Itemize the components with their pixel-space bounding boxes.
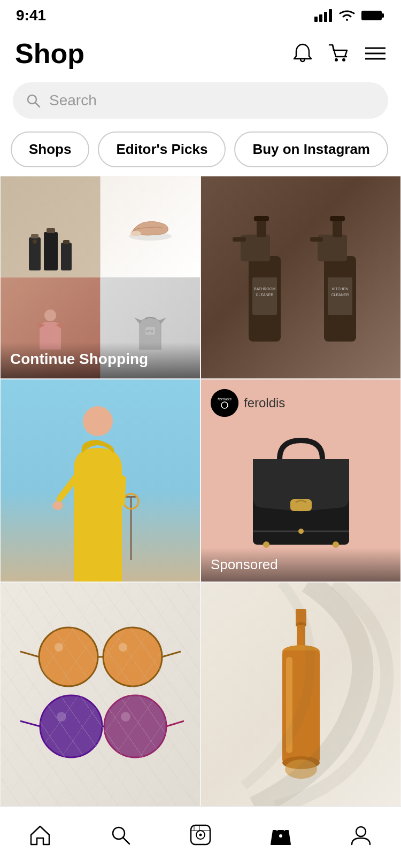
search-bar-icon (26, 93, 41, 108)
continue-shopping-overlay: Continue Shopping (1, 342, 200, 378)
sponsored-bag-product[interactable]: feroldis feroldis Sponsored (200, 379, 401, 582)
cart-button[interactable] (328, 43, 350, 64)
svg-point-79 (279, 834, 282, 838)
home-icon (27, 822, 53, 848)
header-actions (292, 43, 386, 64)
filter-tabs: Shops Editor's Picks Buy on Instagram (0, 127, 401, 176)
svg-rect-2 (324, 12, 327, 22)
shop-name: feroldis (244, 396, 285, 410)
svg-point-60 (211, 389, 238, 417)
signal-icon (314, 9, 333, 22)
handbag-svg (242, 432, 360, 561)
continue-shopping-block[interactable]: KITH Continue Shopping (0, 176, 200, 379)
menu-button[interactable] (365, 43, 386, 64)
svg-rect-5 (382, 13, 384, 18)
svg-point-59 (333, 541, 339, 548)
profile-icon (348, 822, 374, 848)
svg-text:BATHROOM: BATHROOM (254, 287, 275, 291)
svg-line-72 (123, 838, 129, 844)
svg-point-57 (298, 529, 304, 534)
nav-search-icon (107, 822, 133, 848)
spray-bottle-right-svg: KITCHEN CLEANER (308, 203, 372, 352)
search-bar[interactable]: Search (13, 82, 388, 119)
yellow-outfit-product[interactable] (0, 379, 200, 582)
svg-point-7 (342, 58, 345, 61)
yellow-outfit-svg (47, 389, 154, 582)
products-grid: KITH Continue Shopping (0, 176, 401, 807)
shop-bag-icon (268, 822, 294, 848)
status-icons (314, 9, 385, 22)
svg-point-21 (83, 406, 113, 436)
shop-avatar-container: feroldis feroldis (211, 389, 285, 417)
search-magnifier-icon (26, 93, 41, 108)
svg-text:feroldis: feroldis (218, 397, 232, 401)
nav-shop[interactable] (255, 818, 306, 852)
header: Shop (0, 29, 401, 78)
svg-rect-41 (257, 219, 266, 237)
nav-search[interactable] (95, 818, 146, 852)
svg-rect-1 (319, 14, 322, 22)
svg-text:CLEANER: CLEANER (331, 293, 349, 297)
svg-point-58 (263, 541, 269, 548)
sponsored-label: Sponsored (201, 548, 400, 582)
status-time: 9:41 (16, 7, 46, 24)
mini-product-canisters (1, 176, 101, 277)
svg-rect-18 (130, 496, 132, 560)
notification-button[interactable] (292, 43, 313, 64)
page-title: Shop (15, 37, 84, 69)
feroldis-avatar-svg: feroldis (211, 389, 238, 417)
continue-shopping-label: Continue Shopping (10, 351, 148, 367)
svg-point-80 (356, 827, 366, 836)
battery-icon (361, 10, 385, 21)
svg-rect-3 (329, 9, 332, 22)
svg-point-14 (130, 231, 141, 236)
svg-rect-50 (330, 216, 345, 221)
bottom-nav (0, 807, 401, 868)
mini-product-shoe (101, 176, 200, 277)
reels-icon (188, 822, 213, 848)
tab-shops[interactable]: Shops (11, 131, 89, 167)
svg-line-12 (35, 103, 40, 107)
right-column: BATHROOM CLEANER KITCHEN CLEANER (200, 176, 401, 807)
status-bar: 9:41 (0, 0, 401, 29)
search-placeholder-text: Search (49, 92, 375, 109)
nav-profile[interactable] (335, 818, 387, 852)
nav-reels[interactable] (175, 818, 226, 852)
svg-rect-42 (254, 216, 269, 221)
shop-avatar: feroldis (211, 389, 238, 417)
svg-rect-40 (233, 237, 246, 242)
search-container: Search (0, 78, 401, 127)
wifi-icon (338, 9, 356, 22)
left-column: KITH Continue Shopping (0, 176, 200, 807)
hamburger-icon (365, 46, 385, 61)
cleaning-bottles-product[interactable]: BATHROOM CLEANER KITCHEN CLEANER (200, 176, 401, 379)
cart-icon (328, 43, 350, 64)
shoe-svg (126, 212, 174, 242)
svg-rect-0 (314, 17, 318, 22)
svg-rect-48 (310, 237, 323, 242)
svg-point-6 (335, 58, 338, 61)
svg-text:KITH: KITH (146, 330, 153, 333)
main-content: KITH Continue Shopping (0, 176, 401, 868)
svg-point-75 (199, 834, 202, 836)
tab-buy-on-instagram[interactable]: Buy on Instagram (234, 131, 388, 167)
svg-text:KITCHEN: KITCHEN (331, 287, 348, 291)
sponsored-text: Sponsored (211, 556, 278, 572)
bell-icon (292, 43, 313, 64)
svg-text:CLEANER: CLEANER (256, 293, 273, 297)
leaf-shadow-svg (201, 583, 400, 806)
spray-bottle-left-svg: BATHROOM CLEANER (230, 203, 299, 352)
svg-point-15 (44, 309, 56, 321)
serum-product[interactable] (200, 582, 401, 807)
sunglasses-product[interactable] (0, 582, 200, 807)
svg-rect-4 (361, 11, 382, 20)
nav-home[interactable] (14, 818, 66, 852)
svg-rect-49 (333, 219, 342, 237)
svg-point-22 (52, 501, 63, 510)
tab-editors-picks[interactable]: Editor's Picks (98, 131, 226, 167)
